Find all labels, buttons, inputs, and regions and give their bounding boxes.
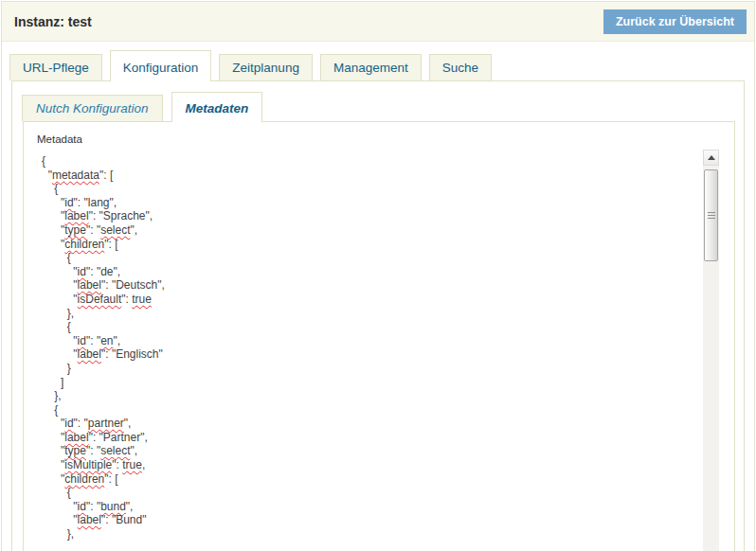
scrollbar-thumb[interactable] [704, 169, 718, 261]
tab-url-pflege[interactable]: URL-Pflege [9, 54, 102, 80]
arrow-up-icon [708, 155, 715, 160]
back-to-overview-button[interactable]: Zurück zur Übersicht [603, 9, 747, 34]
subtab-nutch-konfiguration[interactable]: Nutch Konfiguration [22, 95, 163, 121]
tab-suche[interactable]: Suche [429, 54, 492, 80]
main-tabs: URL-Pflege Konfiguration Zeitplanung Man… [2, 50, 754, 80]
page-container: Instanz: test Zurück zur Übersicht URL-P… [1, 1, 755, 551]
scrollbar-grip [708, 212, 715, 220]
textarea-scrollbar[interactable] [703, 150, 719, 551]
page-header: Instanz: test Zurück zur Übersicht [2, 2, 754, 42]
metadata-textarea[interactable]: { "metadata": [ { "id": "lang", "label":… [38, 150, 719, 551]
tab-zeitplanung[interactable]: Zeitplanung [219, 54, 313, 80]
json-content: { "metadata": [ { "id": "lang", "label":… [38, 150, 719, 542]
tab-konfiguration[interactable]: Konfiguration [110, 50, 212, 81]
page-title: Instanz: test [14, 14, 603, 29]
subtab-metadaten[interactable]: Metadaten [171, 92, 263, 122]
scrollbar-up-button[interactable] [703, 150, 719, 166]
sub-tabs: Nutch Konfiguration Metadaten [12, 92, 744, 121]
metadaten-panel: Metadata { "metadata": [ { "id": "lang",… [23, 121, 735, 551]
tab-management[interactable]: Management [320, 54, 422, 80]
konfiguration-panel: Nutch Konfiguration Metadaten Metadata {… [11, 80, 745, 551]
metadata-label: Metadata [37, 133, 734, 145]
